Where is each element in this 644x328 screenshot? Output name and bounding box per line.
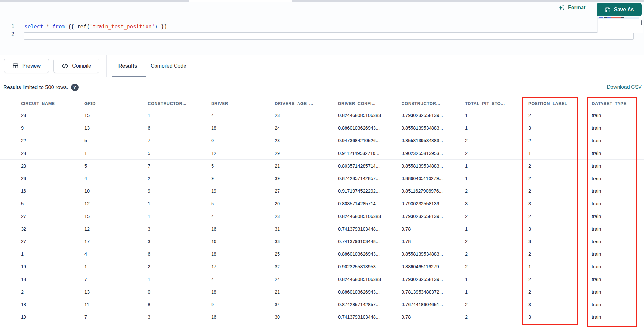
- table-cell: 2: [460, 311, 524, 323]
- column-header: GRID: [80, 97, 143, 109]
- save-as-button[interactable]: Save As: [597, 3, 642, 17]
- minimap-code-segment: [607, 17, 611, 18]
- table-cell: 16: [206, 235, 270, 248]
- column-header: CONSTRUCTOR...: [143, 97, 206, 109]
- table-cell: 17: [206, 260, 270, 273]
- tab-results[interactable]: Results: [118, 55, 137, 77]
- table-cell: 0.7413793103448...: [333, 235, 397, 248]
- table-cell: 5: [80, 134, 143, 147]
- active-line-cursor-box[interactable]: [24, 32, 634, 40]
- table-cell: 5: [143, 147, 206, 159]
- table-cell: 0.8860465116279...: [397, 172, 460, 185]
- column-header: DRIVER: [206, 97, 270, 109]
- column-header: DRIVER_CONFI...: [333, 97, 397, 109]
- code-token: 'train_test_position': [90, 23, 155, 30]
- table-cell: 0.8860465116279...: [397, 260, 460, 273]
- table-cell: 18: [206, 286, 270, 298]
- table-row: 3212316310.7413793103448...0.7813train: [0, 223, 644, 235]
- table-cell: 1: [80, 147, 143, 159]
- table-cell: 1: [16, 248, 80, 260]
- results-toolbar: Preview Compile Results Compiled Code: [0, 55, 644, 77]
- table-cell: 0.8558139534883...: [397, 122, 460, 134]
- table-cell: 0.78: [397, 223, 460, 235]
- table-cell: 0.7813953488372...: [397, 286, 460, 298]
- code-token: select: [24, 23, 43, 30]
- preview-button[interactable]: Preview: [4, 59, 49, 73]
- table-cell: 2: [524, 172, 587, 185]
- table-cell: 2: [143, 260, 206, 273]
- table-cell: 23: [270, 109, 333, 122]
- table-cell: 23: [16, 172, 80, 185]
- table-cell: 2: [524, 185, 587, 197]
- sql-editor[interactable]: 1 2 select * from {{ ref('train_test_pos…: [0, 2, 644, 55]
- table-cell: 19: [206, 185, 270, 197]
- table-cell: 4: [206, 109, 270, 122]
- table-cell: 20: [270, 197, 333, 210]
- table-cell: 3: [524, 298, 587, 311]
- table-cell: train: [587, 172, 644, 185]
- table-cell: 0: [143, 286, 206, 298]
- table-cell: 0.78: [397, 235, 460, 248]
- table-cell: 7: [80, 273, 143, 285]
- table-row: 23429390.8742857142857...0.8860465116279…: [0, 172, 644, 185]
- help-icon[interactable]: ?: [71, 84, 79, 91]
- compile-button[interactable]: Compile: [53, 59, 99, 73]
- editor-minimap[interactable]: [597, 16, 643, 33]
- column-header: DATASET_TYPE: [587, 97, 644, 109]
- table-cell: 18: [16, 273, 80, 285]
- table-cell: 1: [524, 147, 587, 159]
- save-as-label: Save As: [614, 7, 634, 13]
- format-button[interactable]: Format: [558, 4, 585, 11]
- minimap-code-segment: [611, 17, 621, 18]
- code-line-1[interactable]: select * from {{ ref('train_test_positio…: [24, 23, 167, 31]
- table-cell: 16: [206, 223, 270, 235]
- table-row: 281512290.9112149532710...0.902325581395…: [0, 147, 644, 160]
- table-cell: 0.8860103626943...: [333, 286, 397, 298]
- table-cell: 13: [80, 122, 143, 134]
- code-token: ) }}: [155, 23, 167, 30]
- table-cell: 2: [524, 248, 587, 260]
- column-header: TOTAL_PIT_STO...: [460, 97, 524, 109]
- table-cell: train: [587, 273, 644, 285]
- table-cell: 9: [206, 298, 270, 311]
- table-cell: 1: [460, 122, 524, 134]
- table-cell: 0.9023255813953...: [397, 147, 460, 159]
- line-number-gutter: 1 2: [0, 23, 14, 39]
- table-cell: 1: [460, 172, 524, 185]
- table-cell: 2: [524, 273, 587, 285]
- table-cell: 2: [524, 109, 587, 122]
- table-row: 197316300.7413793103448...0.7823train: [0, 311, 644, 323]
- table-row: 22570230.9473684210526...0.8558139534883…: [0, 134, 644, 147]
- table-cell: 3: [143, 311, 206, 323]
- table-row: 14618250.8860103626943...0.8558139534883…: [0, 248, 644, 260]
- download-csv-link[interactable]: Download CSV: [607, 77, 642, 97]
- table-row: 913618240.8860103626943...0.855813953488…: [0, 122, 644, 134]
- minimap-code-segment: [599, 17, 603, 18]
- table-cell: 18: [16, 298, 80, 311]
- tab-compiled-code[interactable]: Compiled Code: [151, 55, 186, 77]
- table-cell: 0.8742857142857...: [333, 298, 397, 311]
- table-cell: 0.8860103626943...: [333, 248, 397, 260]
- table-cell: 27: [270, 185, 333, 197]
- table-cell: 15: [80, 109, 143, 122]
- table-cell: 0.8035714285714...: [333, 160, 397, 172]
- code-token: {{: [65, 23, 77, 30]
- table-cell: 27: [16, 235, 80, 248]
- table-cell: 0.8558139534883...: [397, 134, 460, 147]
- table-cell: 24: [270, 273, 333, 285]
- table-cell: 3: [524, 122, 587, 134]
- table-cell: train: [587, 311, 644, 323]
- minimap-scroll-indicator[interactable]: [641, 20, 642, 25]
- table-cell: 0.7413793103448...: [333, 311, 397, 323]
- table-cell: 0.8511627906976...: [397, 185, 460, 197]
- table-cell: 3: [524, 197, 587, 210]
- table-cell: 27: [16, 210, 80, 223]
- code-icon: [62, 63, 69, 69]
- table-cell: 5: [80, 160, 143, 172]
- column-header: CONSTRUCTOR...: [397, 97, 460, 109]
- table-cell: 4: [80, 172, 143, 185]
- table-row: 191217320.9023255813953...0.886046511627…: [0, 260, 644, 273]
- table-cell: 0: [206, 134, 270, 147]
- table-cell: 0.7930232558139...: [397, 210, 460, 223]
- dbt-ide-window: 1 2 select * from {{ ref('train_test_pos…: [0, 0, 644, 328]
